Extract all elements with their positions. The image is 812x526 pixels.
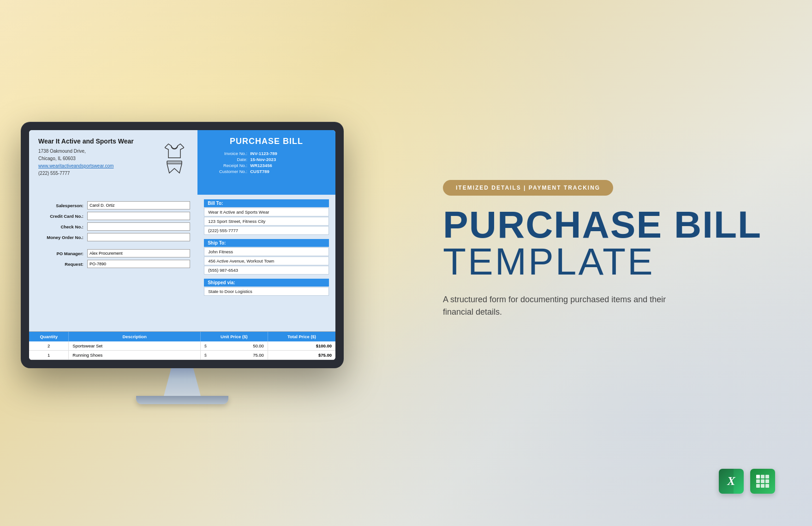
monitor-body: Wear It Active and Sports Wear 1738 Oakm… xyxy=(21,122,344,368)
receipt-no-row: Receipt No.: WR123456 xyxy=(206,163,327,168)
shipped-via-header: Shipped via: xyxy=(204,279,329,287)
grid-cell xyxy=(756,484,760,488)
invoice-no-value: INV-1123-789 xyxy=(250,151,327,156)
sheets-grid xyxy=(756,475,769,488)
request-input[interactable] xyxy=(87,260,190,268)
monitor-screen: Wear It Active and Sports Wear 1738 Oakm… xyxy=(29,130,335,360)
receipt-no-label: Receipt No.: xyxy=(206,163,247,168)
col-header-description: Description xyxy=(69,332,201,341)
ship-to-line1: John Fitness xyxy=(204,247,329,256)
row2-unit-price: 75.00 xyxy=(253,353,264,358)
address-line1: 1738 Oakmound Drive, xyxy=(38,148,153,155)
company-name: Wear It Active and Sports Wear xyxy=(38,137,153,145)
shirt-icon xyxy=(165,141,184,159)
invoice: Wear It Active and Sports Wear 1738 Oakm… xyxy=(29,130,335,360)
grid-cell xyxy=(761,479,764,483)
shorts-icon xyxy=(167,161,182,173)
row1-desc: Sportswear Set xyxy=(69,341,201,350)
company-website[interactable]: www.wearitactiveandsportswear.com xyxy=(38,163,113,168)
credit-card-row: Credit Card No.: xyxy=(36,212,190,220)
grid-cell xyxy=(761,475,764,478)
col-header-quantity: Quantity xyxy=(29,332,69,341)
money-order-label: Money Order No.: xyxy=(36,235,87,240)
ship-to-line2: 456 Active Avenue, Workout Town xyxy=(204,257,329,265)
po-manager-input[interactable] xyxy=(87,249,190,257)
subtitle-text: A structured form for documenting purcha… xyxy=(443,293,683,318)
monitor-wrapper: Wear It Active and Sports Wear 1738 Oakm… xyxy=(21,122,344,404)
col-header-total-price: Total Price ($) xyxy=(268,332,335,341)
col-header-unit-price: Unit Price ($) xyxy=(201,332,268,341)
row2-total: $75.00 xyxy=(268,351,335,359)
money-order-input[interactable] xyxy=(87,233,190,241)
po-manager-label: PO Manager: xyxy=(36,251,87,256)
customer-no-row: Customer No.: CUST789 xyxy=(206,169,327,174)
main-title-line2: TEMPLATE xyxy=(443,243,775,281)
badge-row: ITEMIZED DETAILS | PAYMENT TRACKING xyxy=(443,180,775,196)
po-manager-row: PO Manager: xyxy=(36,249,190,257)
bill-to-line1: Wear It Active and Sports Wear xyxy=(204,208,329,216)
invoice-no-row: Invoice No.: INV-1123-789 xyxy=(206,151,327,156)
company-phone: (222) 555-7777 xyxy=(38,170,153,177)
excel-letter: X xyxy=(727,474,735,488)
check-label: Check No.: xyxy=(36,224,87,229)
ship-to-line3: (555) 987-6543 xyxy=(204,266,329,275)
ship-to-header: Ship To: xyxy=(204,239,329,247)
date-row: Date: 15-Nov-2023 xyxy=(206,157,327,162)
bill-to-line3: (222) 555-7777 xyxy=(204,226,329,235)
bill-to-header: Bill To: xyxy=(204,199,329,207)
body-left: Salesperson: Credit Card No.: Check No.: xyxy=(29,195,197,331)
grid-cell xyxy=(765,475,769,478)
app-icons: X xyxy=(719,469,775,494)
salesperson-row: Salesperson: xyxy=(36,201,190,209)
grid-cell xyxy=(756,475,760,478)
invoice-details: Invoice No.: INV-1123-789 Date: 15-Nov-2… xyxy=(206,151,327,175)
row1-total: $100.00 xyxy=(268,341,335,350)
row2-unit: $ 75.00 xyxy=(201,351,268,359)
invoice-no-label: Invoice No.: xyxy=(206,151,247,156)
company-icon xyxy=(161,141,188,173)
row1-dollar: $ xyxy=(204,343,207,348)
table-header-row: Quantity Description Unit Price ($) Tota… xyxy=(29,332,335,341)
date-value: 15-Nov-2023 xyxy=(250,157,327,162)
main-title-line1: PURCHASE BILL xyxy=(443,207,775,243)
excel-icon[interactable]: X xyxy=(719,469,744,494)
grid-cell xyxy=(765,484,769,488)
row1-unit-price: 50.00 xyxy=(253,343,264,348)
salesperson-input[interactable] xyxy=(87,201,190,209)
table-row: 1 Running Shoes $ 75.00 $75.00 xyxy=(29,351,335,360)
address-line2: Chicago, IL 60603 xyxy=(38,155,153,162)
credit-card-input[interactable] xyxy=(87,212,190,220)
header-left: Wear It Active and Sports Wear 1738 Oakm… xyxy=(29,130,197,195)
badge: ITEMIZED DETAILS | PAYMENT TRACKING xyxy=(443,180,613,196)
request-row: Request: xyxy=(36,260,190,268)
body-right: Bill To: Wear It Active and Sports Wear … xyxy=(197,195,335,331)
row2-qty: 1 xyxy=(29,351,69,359)
credit-card-label: Credit Card No.: xyxy=(36,214,87,219)
row2-desc: Running Shoes xyxy=(69,351,201,359)
row1-qty: 2 xyxy=(29,341,69,350)
row2-dollar: $ xyxy=(204,353,207,358)
check-row: Check No.: xyxy=(36,222,190,231)
request-label: Request: xyxy=(36,262,87,267)
salesperson-label: Salesperson: xyxy=(36,203,87,208)
company-info: Wear It Active and Sports Wear 1738 Oakm… xyxy=(38,137,153,177)
table-row: 2 Sportswear Set $ 50.00 $100.00 xyxy=(29,341,335,351)
customer-no-label: Customer No.: xyxy=(206,169,247,174)
company-address: 1738 Oakmound Drive, Chicago, IL 60603 w… xyxy=(38,148,153,177)
monitor-stand xyxy=(164,368,201,396)
grid-cell xyxy=(761,484,764,488)
invoice-table: Quantity Description Unit Price ($) Tota… xyxy=(29,331,335,360)
receipt-no-value: WR123456 xyxy=(250,163,327,168)
check-input[interactable] xyxy=(87,222,190,231)
invoice-title: PURCHASE BILL xyxy=(230,137,303,146)
date-label: Date: xyxy=(206,157,247,162)
row1-unit: $ 50.00 xyxy=(201,341,268,350)
invoice-body: Salesperson: Credit Card No.: Check No.: xyxy=(29,195,335,331)
bill-to-line2: 123 Sport Street, Fitness City xyxy=(204,217,329,226)
shipped-via-value: State to Door Logistics xyxy=(204,287,329,296)
invoice-header: Wear It Active and Sports Wear 1738 Oakm… xyxy=(29,130,335,195)
grid-cell xyxy=(765,479,769,483)
sheets-icon[interactable] xyxy=(750,469,775,494)
header-right: PURCHASE BILL Invoice No.: INV-1123-789 … xyxy=(197,130,335,195)
customer-no-value: CUST789 xyxy=(250,169,327,174)
